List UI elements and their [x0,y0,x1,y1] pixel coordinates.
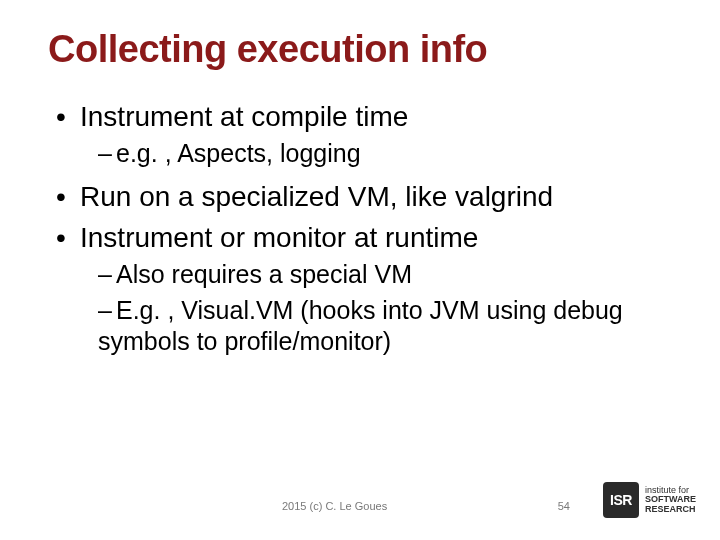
bullet-level1: Instrument or monitor at runtime [56,220,680,255]
bullet-text: Instrument at compile time [80,101,408,132]
bullet-level2: e.g. , Aspects, logging [98,138,680,169]
bullet-level2: E.g. , Visual.VM (hooks into JVM using d… [98,295,680,358]
bullet-text: Run on a specialized VM, like valgrind [80,181,553,212]
bullet-text: Instrument or monitor at runtime [80,222,478,253]
isr-logo: ISR institute for SOFTWARE RESEARCH [603,482,696,518]
slide-content: Instrument at compile time e.g. , Aspect… [48,99,680,357]
bullet-level1: Run on a specialized VM, like valgrind [56,179,680,214]
logo-text: institute for SOFTWARE RESEARCH [645,486,696,514]
bullet-text: e.g. , Aspects, logging [116,139,361,167]
bullet-text: E.g. , Visual.VM (hooks into JVM using d… [98,296,623,355]
slide-footer: 2015 (c) C. Le Goues 54 ISR institute fo… [0,478,720,518]
bullet-text: Also requires a special VM [116,260,412,288]
slide-title: Collecting execution info [48,28,680,71]
logo-line: RESEARCH [645,505,696,514]
bullet-level1: Instrument at compile time [56,99,680,134]
slide: Collecting execution info Instrument at … [0,0,720,540]
logo-mark-icon: ISR [603,482,639,518]
bullet-level2: Also requires a special VM [98,259,680,290]
page-number: 54 [558,500,570,512]
copyright-text: 2015 (c) C. Le Goues [282,500,387,512]
